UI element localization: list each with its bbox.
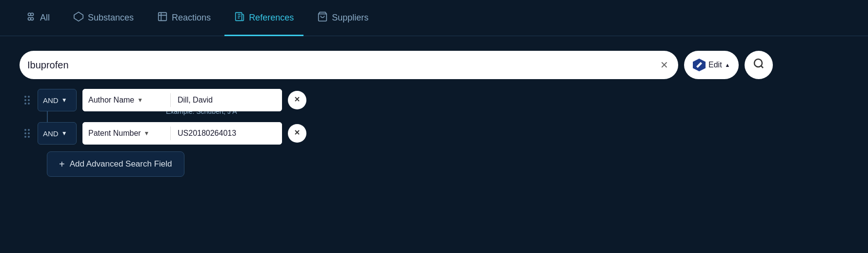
field-row-2: AND ▼ Patent Number ▼: [24, 122, 848, 145]
field-type-label-2: Patent Number: [88, 129, 141, 138]
search-input-wrapper: Ibuprofen ✕: [20, 51, 678, 79]
operator-chevron-icon-1: ▼: [61, 97, 67, 104]
operator-dropdown-2[interactable]: AND ▼: [38, 122, 77, 145]
drag-handle-2[interactable]: [24, 129, 30, 138]
field-row-container-1: AND ▼ Author Name ▼: [24, 89, 848, 115]
field-type-dropdown-1[interactable]: Author Name ▼: [82, 89, 170, 111]
search-bar-row: Ibuprofen ✕ Edit ▲: [20, 51, 848, 79]
svg-point-7: [754, 59, 762, 67]
field-value-input-1[interactable]: [171, 89, 282, 111]
nav-item-reactions[interactable]: Reactions: [147, 0, 221, 36]
search-go-button[interactable]: [745, 51, 773, 79]
advanced-fields: AND ▼ Author Name ▼: [20, 89, 848, 177]
nav-label-substances: Substances: [88, 13, 134, 23]
add-field-plus-icon: +: [59, 159, 65, 170]
svg-point-3: [31, 18, 34, 21]
operator-dropdown-1[interactable]: AND ▼: [38, 89, 77, 111]
field-type-dropdown-2[interactable]: Patent Number ▼: [82, 122, 170, 145]
svg-marker-4: [74, 12, 83, 21]
nav-item-suppliers[interactable]: Suppliers: [307, 0, 378, 36]
nav-item-all[interactable]: All: [16, 0, 60, 36]
operator-label-1: AND: [43, 96, 59, 105]
nav-bar: All Substances Reactions References: [0, 0, 868, 36]
field-row-container-2: AND ▼ Patent Number ▼: [24, 122, 848, 145]
all-icon: [25, 11, 36, 24]
drag-handle-1[interactable]: [24, 96, 30, 105]
operator-label-2: AND: [43, 129, 59, 138]
field-type-chevron-icon-2: ▼: [144, 130, 150, 137]
references-icon: [234, 11, 245, 24]
reactions-icon: [157, 11, 168, 24]
nav-label-suppliers: Suppliers: [332, 13, 368, 23]
nav-label-reactions: Reactions: [172, 13, 211, 23]
remove-icon-2: [292, 127, 302, 140]
add-advanced-search-field-button[interactable]: + Add Advanced Search Field: [47, 151, 184, 177]
nav-item-substances[interactable]: Substances: [63, 0, 143, 36]
operator-chevron-icon-2: ▼: [61, 130, 67, 137]
suppliers-icon: [317, 11, 328, 24]
field-remove-button-2[interactable]: [288, 124, 306, 143]
edit-chevron-icon: ▲: [725, 62, 730, 68]
substances-icon: [73, 11, 84, 24]
edit-icon: [693, 59, 706, 71]
remove-icon-1: [292, 94, 302, 106]
svg-line-8: [761, 66, 763, 68]
nav-label-references: References: [249, 13, 294, 23]
svg-point-1: [31, 13, 34, 16]
field-type-chevron-icon-1: ▼: [137, 97, 143, 104]
search-input[interactable]: Ibuprofen: [27, 60, 658, 71]
main-content: Ibuprofen ✕ Edit ▲: [0, 36, 868, 191]
search-clear-button[interactable]: ✕: [658, 57, 670, 73]
field-type-label-1: Author Name: [88, 96, 134, 105]
field-remove-button-1[interactable]: [288, 91, 306, 109]
search-icon: [753, 58, 765, 72]
edit-button[interactable]: Edit ▲: [684, 51, 739, 79]
clear-icon: ✕: [660, 59, 668, 71]
add-field-label: Add Advanced Search Field: [70, 159, 172, 169]
nav-item-references[interactable]: References: [224, 0, 303, 36]
edit-label: Edit: [708, 61, 722, 69]
field-value-input-2[interactable]: [171, 122, 282, 145]
nav-label-all: All: [40, 13, 50, 23]
